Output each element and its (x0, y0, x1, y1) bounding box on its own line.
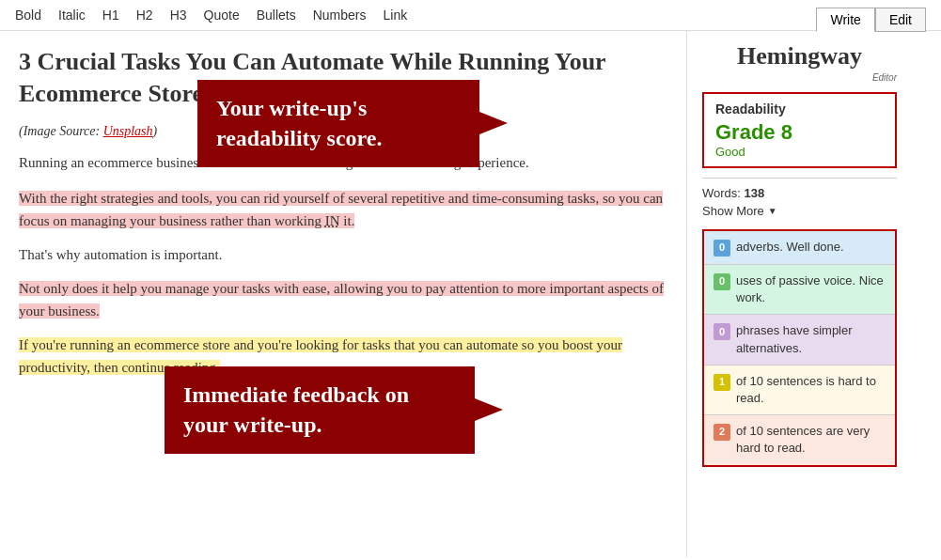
feedback-badge-very-hard: 2 (714, 424, 730, 441)
feedback-text-hard: of 10 sentences is hard to read. (736, 373, 886, 407)
paragraph-intro: Running an ecommerce business can be a b… (19, 151, 667, 174)
feedback-badge-phrases: 0 (714, 323, 730, 340)
toolbar-italic[interactable]: Italic (58, 8, 86, 23)
image-source-link[interactable]: Unsplash (103, 124, 153, 138)
image-source-suffix: ) (153, 124, 158, 138)
callout-2-area: Not only does it help you manage your ta… (19, 277, 667, 322)
readability-box: Readability Grade 8 Good (702, 92, 897, 168)
toolbar-h2[interactable]: H2 (136, 8, 153, 23)
feedback-text-very-hard: of 10 sentences are very hard to read. (736, 423, 886, 457)
feedback-text-phrases: phrases have simpler alternatives. (736, 322, 886, 356)
feedback-item-hard: 1 of 10 sentences is hard to read. (704, 365, 895, 414)
toolbar-link[interactable]: Link (384, 8, 408, 23)
toolbar-bullets[interactable]: Bullets (257, 8, 296, 23)
highlighted-text-1: With the right strategies and tools, you… (19, 191, 663, 228)
feedback-box: 0 adverbs. Well done. 0 uses of passive … (702, 229, 897, 467)
feedback-text-adverbs: adverbs. Well done. (736, 239, 844, 256)
image-source: (Image Source: Unsplash) (19, 121, 667, 142)
show-more-button[interactable]: Show More ▼ (702, 204, 897, 218)
main-content: 3 Crucial Tasks You Can Automate While R… (0, 31, 686, 557)
words-line: Words: 138 (702, 186, 897, 200)
show-more-label: Show More (702, 204, 764, 218)
feedback-item-adverbs: 0 adverbs. Well done. (704, 231, 895, 264)
sidebar-divider (702, 178, 897, 179)
paragraph-running: If you're running an ecommerce store and… (19, 334, 667, 379)
main-layout: 3 Crucial Tasks You Can Automate While R… (0, 31, 941, 557)
feedback-item-passive: 0 uses of passive voice. Nice work. (704, 264, 895, 314)
feedback-item-very-hard: 2 of 10 sentences are very hard to read. (704, 414, 895, 464)
app-name: Hemingway (702, 42, 897, 70)
feedback-badge-adverbs: 0 (714, 240, 730, 257)
readability-label: Readability (715, 101, 884, 117)
article-title: 3 Crucial Tasks You Can Automate While R… (19, 46, 667, 110)
feedback-item-phrases: 0 phrases have simpler alternatives. (704, 314, 895, 364)
toolbar-quote[interactable]: Quote (204, 8, 240, 23)
toolbar-h3[interactable]: H3 (170, 8, 187, 23)
paragraph-help: Not only does it help you manage your ta… (19, 277, 667, 322)
toolbar-numbers[interactable]: Numbers (313, 8, 367, 23)
feedback-badge-passive: 0 (714, 273, 730, 290)
sidebar: Hemingway Editor Readability Grade 8 Goo… (686, 31, 912, 557)
underlined-word: IN (325, 213, 340, 228)
feedback-badge-hard: 1 (714, 374, 730, 391)
words-label: Words (702, 186, 737, 200)
show-more-arrow-icon: ▼ (768, 206, 777, 216)
edit-button[interactable]: Edit (875, 8, 926, 32)
highlighted-text-2: Not only does it help you manage your ta… (19, 281, 664, 319)
toolbar-bold[interactable]: Bold (15, 8, 41, 23)
paragraph-strategies: With the right strategies and tools, you… (19, 187, 667, 232)
words-count: 138 (745, 186, 765, 200)
toolbar: Bold Italic H1 H2 H3 Quote Bullets Numbe… (0, 0, 941, 31)
grade-value: Grade 8 (715, 120, 884, 145)
highlighted-text-3: If you're running an ecommerce store and… (19, 337, 622, 375)
toolbar-h1[interactable]: H1 (102, 8, 119, 23)
paragraph-automation: That's why automation is important. (19, 243, 667, 266)
app-subtitle: Editor (702, 72, 897, 83)
grade-quality: Good (715, 145, 884, 159)
write-edit-buttons: Write Edit (816, 8, 926, 32)
write-button[interactable]: Write (816, 8, 874, 32)
image-source-prefix: (Image Source: (19, 124, 103, 138)
feedback-text-passive: uses of passive voice. Nice work. (736, 272, 886, 306)
